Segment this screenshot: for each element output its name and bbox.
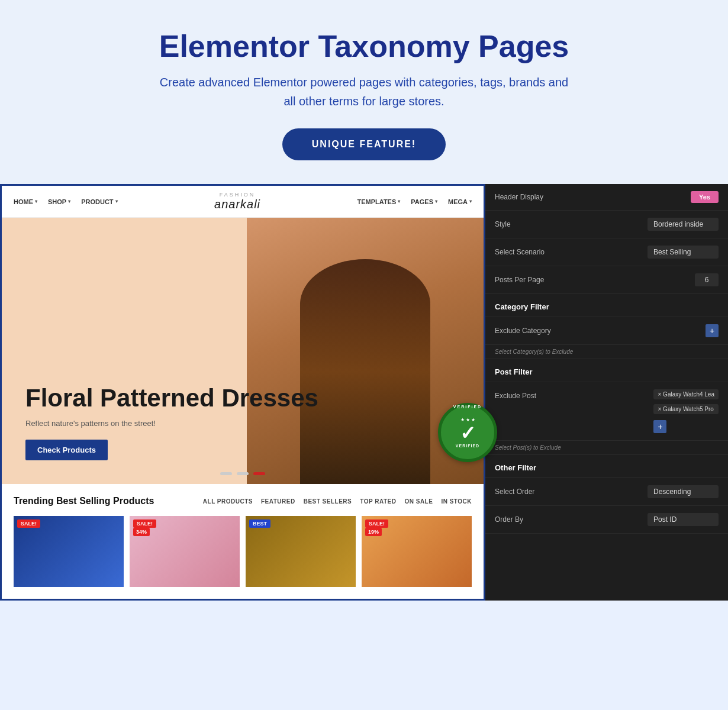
nav-templates[interactable]: TEMPLATES ▾ — [357, 198, 401, 205]
panel-row-exclude-post: Exclude Post × Galaxy Watch4 Lea × Galax… — [485, 382, 728, 441]
filter-best-sellers[interactable]: BEST SELLERS — [304, 498, 352, 505]
hero-banner: Floral Patterned Dresses Reflect nature'… — [2, 218, 484, 484]
filter-in-stock[interactable]: IN STOCK — [441, 498, 472, 505]
panel-row-exclude-category: Exclude Category + — [485, 317, 728, 345]
exclude-category-add-button[interactable]: + — [706, 324, 719, 337]
nav-pages[interactable]: PAGES ▾ — [411, 198, 437, 205]
product-card-1[interactable]: SALE! — [14, 516, 124, 587]
header-display-toggle[interactable]: Yes — [691, 191, 719, 203]
filter-featured[interactable]: FEATURED — [261, 498, 295, 505]
scenario-label: Select Scenario — [495, 248, 545, 256]
chevron-down-icon: ▾ — [68, 199, 70, 204]
check-icon: ✓ — [460, 424, 476, 443]
dot-1[interactable] — [220, 472, 232, 475]
chevron-down-icon: ▾ — [398, 199, 400, 204]
header-display-label: Header Display — [495, 193, 543, 201]
stars-row: ★★★ — [460, 417, 475, 422]
post-hint: Select Post(s) to Exclude — [485, 441, 728, 455]
product-card-3[interactable]: BEST — [246, 516, 356, 587]
tag-galaxy-watch5[interactable]: × Galaxy Watch5 Pro — [653, 404, 719, 414]
check-products-button[interactable]: Check Products — [25, 440, 108, 460]
discount-badge-2: 34% — [133, 528, 150, 536]
banner-title: Floral Patterned Dresses — [25, 383, 318, 413]
dot-3-active[interactable] — [253, 472, 265, 475]
banner-dots — [220, 472, 265, 475]
post-filter-section: Post Filter — [485, 359, 728, 382]
nav-mega[interactable]: MEGA ▾ — [448, 198, 472, 205]
products-section: Trending Best Selling Products ALL PRODU… — [2, 484, 484, 599]
nav-shop[interactable]: SHOP ▾ — [48, 198, 70, 205]
site-navigation: HOME ▾ SHOP ▾ PRODUCT ▾ FASHION anarkali… — [2, 186, 484, 218]
sale-badge-1: SALE! — [17, 519, 40, 528]
posts-per-page-label: Posts Per Page — [495, 276, 544, 284]
products-header: Trending Best Selling Products ALL PRODU… — [14, 496, 472, 506]
banner-content: Floral Patterned Dresses Reflect nature'… — [25, 383, 318, 460]
exclude-post-tags: × Galaxy Watch4 Lea × Galaxy Watch5 Pro … — [653, 389, 719, 433]
verified-bottom-text: VERIFIED — [456, 444, 479, 448]
category-filter-heading: Category Filter — [495, 302, 549, 311]
chevron-down-icon: ▾ — [435, 199, 437, 204]
product-grid: SALE! SALE! 34% BEST SALE! 19% — [14, 516, 472, 587]
style-value[interactable]: Bordered inside — [648, 218, 719, 231]
sale-badge-2: SALE! — [133, 519, 156, 528]
filter-top-rated[interactable]: TOP RATED — [360, 498, 396, 505]
chevron-down-icon: ▾ — [469, 199, 472, 204]
nav-home[interactable]: HOME ▾ — [14, 198, 37, 205]
filter-on-sale[interactable]: ON SALE — [404, 498, 433, 505]
exclude-post-add-button[interactable]: + — [653, 420, 666, 433]
verified-badge: ★★★ VERIFIED ✓ VERIFIED — [438, 403, 503, 468]
nav-product[interactable]: PRODUCT ▾ — [81, 198, 117, 205]
style-label: Style — [495, 220, 511, 228]
panel-row-select-order: Select Order Descending — [485, 478, 728, 506]
panel-row-header-display: Header Display Yes — [485, 184, 728, 211]
other-filter-section: Other Filter — [485, 455, 728, 478]
unique-feature-button[interactable]: UNIQUE FEATURE! — [282, 128, 446, 160]
scenario-value[interactable]: Best Selling — [648, 246, 719, 259]
product-card-2[interactable]: SALE! 34% — [130, 516, 240, 587]
hero-section: Elementor Taxonomy Pages Create advanced… — [0, 0, 728, 184]
verified-top-text: VERIFIED — [453, 405, 482, 409]
hero-title: Elementor Taxonomy Pages — [12, 30, 716, 63]
exclude-category-label: Exclude Category — [495, 327, 551, 335]
panel-row-order-by: Order By Post ID — [485, 506, 728, 534]
chevron-down-icon: ▾ — [35, 199, 37, 204]
product-card-4[interactable]: SALE! 19% — [362, 516, 472, 587]
sale-badge-4: SALE! — [365, 519, 388, 528]
order-by-label: Order By — [495, 515, 523, 524]
product-filters: ALL PRODUCTS FEATURED BEST SELLERS TOP R… — [203, 498, 472, 505]
exclude-post-label: Exclude Post — [495, 392, 554, 400]
dot-2[interactable] — [237, 472, 249, 475]
chevron-down-icon: ▾ — [115, 199, 118, 204]
best-badge-3: BEST — [249, 519, 270, 528]
posts-per-page-value[interactable]: 6 — [695, 273, 719, 286]
order-by-value[interactable]: Post ID — [648, 513, 719, 526]
panel-row-posts-per-page: Posts Per Page 6 — [485, 266, 728, 294]
select-order-label: Select Order — [495, 488, 534, 496]
tag-galaxy-watch4[interactable]: × Galaxy Watch4 Lea — [653, 389, 719, 399]
main-content: ★★★ VERIFIED ✓ VERIFIED HOME ▾ SHOP ▾ PR… — [0, 184, 728, 601]
site-brand: FASHION anarkali — [214, 192, 260, 211]
panel-row-style: Style Bordered inside — [485, 211, 728, 238]
panel-row-scenario: Select Scenario Best Selling — [485, 238, 728, 266]
website-preview: HOME ▾ SHOP ▾ PRODUCT ▾ FASHION anarkali… — [0, 184, 485, 601]
right-panel: Header Display Yes Style Bordered inside… — [485, 184, 728, 601]
category-filter-section: Category Filter — [485, 294, 728, 317]
products-section-title: Trending Best Selling Products — [14, 496, 154, 506]
post-filter-heading: Post Filter — [495, 367, 533, 376]
select-order-value[interactable]: Descending — [648, 485, 719, 498]
banner-subtitle: Reflect nature's patterns on the street! — [25, 419, 318, 428]
hero-subtitle: Create advanced Elementor powered pages … — [157, 73, 571, 111]
category-hint: Select Category(s) to Exclude — [485, 345, 728, 359]
discount-badge-4: 19% — [365, 528, 382, 536]
filter-all[interactable]: ALL PRODUCTS — [203, 498, 253, 505]
